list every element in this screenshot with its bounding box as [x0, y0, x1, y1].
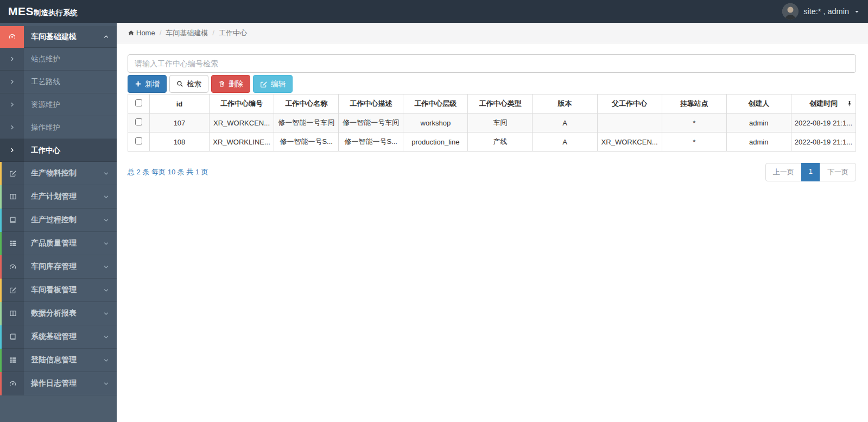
sidebar-group-label: 车间基础建模	[24, 32, 77, 42]
sidebar-subitem-label: 资源维护	[24, 100, 60, 110]
search-button[interactable]: 检索	[169, 75, 208, 93]
sidebar-group-label: 生产过程控制	[24, 215, 77, 225]
column-header[interactable]: 工作中心类型	[468, 95, 533, 114]
sidebar-group[interactable]: 产品质量管理	[0, 232, 117, 255]
column-header[interactable]: 版本	[533, 95, 597, 114]
column-header[interactable]: 挂靠站点	[662, 95, 726, 114]
table-row[interactable]: 107XR_WORKCEN...修一智能一号车间修一智能一号车间workshop…	[128, 114, 856, 133]
sidebar-subitem[interactable]: 操作维护	[0, 116, 117, 139]
row-checkbox[interactable]	[135, 137, 142, 144]
chevron-right-icon	[9, 102, 15, 108]
sidebar-group[interactable]: 登陆信息管理	[0, 349, 117, 372]
select-all-checkbox[interactable]	[135, 99, 142, 106]
table-cell: 107	[150, 114, 210, 133]
avatar-image	[782, 3, 799, 20]
column-header[interactable]: 创建时间	[791, 95, 856, 114]
sidebar: 车间基础建模 站点维护工艺路线资源维护操作维护工作中心 生产物料控制生产计划管理…	[0, 23, 117, 422]
group-gutter	[2, 232, 24, 255]
sidebar-group[interactable]: 操作日志管理	[0, 372, 117, 395]
submenu-gutter	[0, 116, 24, 139]
submenu-gutter	[0, 93, 24, 116]
chevron-down-icon	[103, 287, 109, 293]
row-checkbox[interactable]	[135, 118, 142, 125]
sidebar-group[interactable]: 车间库存管理	[0, 255, 117, 279]
pin-icon[interactable]	[846, 100, 853, 107]
group-gutter	[2, 349, 24, 372]
sidebar-group[interactable]: 生产过程控制	[0, 209, 117, 232]
main-area: Home / 车间基础建模 / 工作中心 新增 检索 删除	[117, 23, 868, 422]
table-cell: production_line	[403, 133, 468, 152]
table-footer: 总 2 条 每页 10 条 共 1 页 上一页 1 下一页	[128, 163, 856, 181]
sidebar-group-label: 产品质量管理	[24, 238, 77, 248]
app-logo-text: MES	[8, 5, 34, 18]
column-header[interactable]: 工作中心描述	[339, 95, 403, 114]
delete-button[interactable]: 删除	[211, 75, 250, 93]
column-header[interactable]: 创建人	[726, 95, 791, 114]
group-gutter	[2, 372, 24, 395]
table-cell: 产线	[468, 133, 533, 152]
table-cell: A	[533, 114, 597, 133]
th-list-icon	[9, 240, 17, 247]
table-cell: 修一智能一号车间	[339, 114, 403, 133]
user-menu[interactable]: site:* , admin	[782, 3, 860, 20]
chevron-right-icon	[9, 124, 15, 130]
table-cell: XR_WORKCEN...	[597, 133, 662, 152]
table-row[interactable]: 108XR_WORKLINE...修一智能一号S...修一智能一号S...pro…	[128, 133, 856, 152]
edit-icon	[260, 80, 268, 88]
sidebar-group[interactable]: 生产物料控制	[0, 162, 117, 185]
record-summary: 总 2 条 每页 10 条 共 1 页	[128, 167, 208, 177]
sidebar-subitem[interactable]: 工作中心	[0, 139, 117, 162]
sidebar-subitem-label: 站点维护	[24, 54, 60, 64]
next-page-button[interactable]: 下一页	[820, 163, 856, 181]
sidebar-subitem-label: 工作中心	[24, 146, 60, 155]
column-header[interactable]: 工作中心层级	[403, 95, 468, 114]
sidebar-group[interactable]: 车间看板管理	[0, 279, 117, 302]
column-header[interactable]: id	[150, 95, 210, 114]
breadcrumb-item[interactable]: 车间基础建模	[166, 28, 208, 38]
table-cell: admin	[726, 133, 791, 152]
sidebar-group[interactable]: 系统基础管理	[0, 325, 117, 349]
book-icon	[9, 333, 17, 341]
sidebar-group-workshop-modeling[interactable]: 车间基础建模	[0, 26, 117, 48]
breadcrumb-home[interactable]: Home	[128, 29, 155, 37]
submenu-gutter	[0, 48, 24, 71]
prev-page-button[interactable]: 上一页	[765, 163, 802, 181]
column-header[interactable]: 工作中心名称	[274, 95, 339, 114]
table-header-row: id工作中心编号工作中心名称工作中心描述工作中心层级工作中心类型版本父工作中心挂…	[128, 95, 856, 114]
table-cell: *	[662, 114, 726, 133]
search-button-label: 检索	[187, 79, 201, 89]
avatar[interactable]	[782, 3, 799, 20]
chevron-down-icon	[103, 217, 109, 223]
submenu-gutter	[0, 139, 24, 162]
column-header[interactable]: 工作中心编号	[210, 95, 274, 114]
sidebar-groups: 生产物料控制生产计划管理生产过程控制产品质量管理车间库存管理车间看板管理数据分析…	[0, 162, 117, 395]
table-cell: XR_WORKCEN...	[210, 114, 274, 133]
table-cell: *	[662, 133, 726, 152]
chevron-down-icon	[103, 171, 109, 177]
group-gutter	[2, 325, 24, 349]
page-number-button[interactable]: 1	[801, 163, 820, 181]
group-gutter	[2, 209, 24, 232]
table-cell: A	[533, 133, 597, 152]
sidebar-group[interactable]: 生产计划管理	[0, 185, 117, 209]
table-cell: admin	[726, 114, 791, 133]
sidebar-subitem[interactable]: 站点维护	[0, 48, 117, 71]
table-cell: 车间	[468, 114, 533, 133]
book-icon	[9, 216, 17, 224]
sidebar-group-label: 操作日志管理	[24, 379, 77, 388]
chevron-right-icon	[9, 147, 15, 153]
chevron-down-icon	[103, 334, 109, 340]
columns-icon	[9, 310, 17, 317]
edit-button[interactable]: 编辑	[253, 75, 293, 93]
search-icon	[176, 80, 183, 87]
sidebar-subitem[interactable]: 资源维护	[0, 93, 117, 116]
column-header[interactable]: 父工作中心	[597, 95, 662, 114]
app-logo: MES制造执行系统	[8, 5, 78, 18]
add-button[interactable]: 新增	[128, 75, 167, 93]
table-cell: 修一智能一号S...	[339, 133, 403, 152]
search-input[interactable]	[128, 54, 856, 73]
sidebar-subitem[interactable]: 工艺路线	[0, 71, 117, 93]
sidebar-group-label: 生产计划管理	[24, 192, 77, 201]
group-gutter	[2, 279, 24, 302]
sidebar-group[interactable]: 数据分析报表	[0, 302, 117, 325]
